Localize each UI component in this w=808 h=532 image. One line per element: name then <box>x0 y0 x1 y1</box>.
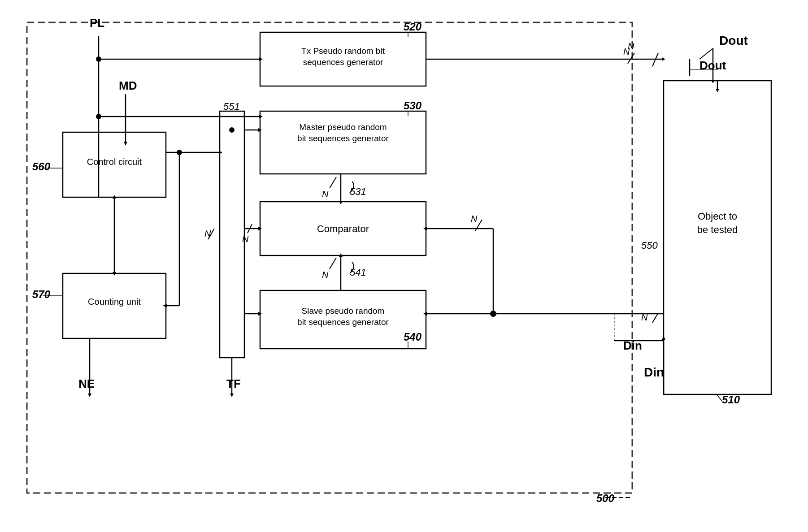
svg-text:N: N <box>471 214 478 224</box>
svg-rect-1 <box>664 81 771 394</box>
svg-text:N: N <box>628 41 634 51</box>
svg-point-16 <box>96 114 101 119</box>
svg-marker-64 <box>423 227 427 230</box>
svg-text:Din: Din <box>644 365 664 379</box>
svg-text:550: 550 <box>641 240 658 251</box>
svg-marker-52 <box>662 57 665 61</box>
svg-text:N: N <box>204 229 211 238</box>
svg-text:be tested: be tested <box>697 224 738 235</box>
svg-text:570: 570 <box>32 288 51 300</box>
circuit-diagram: PL MD 551 <box>0 0 808 532</box>
svg-text:500: 500 <box>596 492 615 504</box>
svg-text:bit sequences generator: bit sequences generator <box>297 134 389 143</box>
svg-marker-115 <box>716 89 719 92</box>
svg-line-70 <box>652 313 658 323</box>
svg-text:Slave pseudo random: Slave pseudo random <box>302 306 385 316</box>
svg-marker-28 <box>163 304 167 307</box>
svg-marker-15 <box>259 115 263 118</box>
svg-text:Comparator: Comparator <box>317 223 369 234</box>
svg-text:541: 541 <box>350 267 366 278</box>
svg-text:560: 560 <box>32 160 51 173</box>
svg-text:N: N <box>641 312 648 322</box>
svg-text:Control circuit: Control circuit <box>87 157 142 167</box>
svg-text:MD: MD <box>119 79 137 92</box>
svg-marker-68 <box>423 312 427 316</box>
svg-text:N: N <box>322 270 329 280</box>
svg-marker-75 <box>88 394 91 397</box>
svg-text:Dout: Dout <box>719 34 748 48</box>
svg-text:520: 520 <box>404 21 422 33</box>
svg-text:530: 530 <box>404 99 422 112</box>
svg-line-44 <box>330 177 336 188</box>
svg-marker-42 <box>339 201 343 204</box>
svg-marker-24 <box>219 151 222 154</box>
svg-text:N: N <box>322 189 329 199</box>
svg-line-92 <box>717 395 722 401</box>
svg-text:NE: NE <box>78 377 95 390</box>
diagram-container: PL MD 551 <box>0 0 808 532</box>
svg-text:sequences generator: sequences generator <box>303 57 383 67</box>
svg-text:551: 551 <box>223 101 240 112</box>
svg-text:510: 510 <box>722 394 740 406</box>
svg-text:Counting unit: Counting unit <box>88 297 141 307</box>
svg-text:bit sequences generator: bit sequences generator <box>297 317 389 327</box>
svg-rect-0 <box>27 22 632 493</box>
svg-marker-117 <box>662 336 665 340</box>
svg-text:540: 540 <box>404 331 422 343</box>
svg-text:531: 531 <box>350 186 366 197</box>
svg-marker-11 <box>259 57 263 61</box>
svg-text:Object to: Object to <box>698 211 737 222</box>
svg-line-49 <box>330 258 336 269</box>
svg-text:Master pseudo random: Master pseudo random <box>299 122 387 132</box>
svg-line-110 <box>699 48 713 59</box>
svg-text:PL: PL <box>90 16 104 30</box>
svg-rect-21 <box>220 111 244 358</box>
svg-text:TF: TF <box>226 377 241 390</box>
svg-marker-19 <box>124 142 127 146</box>
svg-text:Tx Pseudo random bit: Tx Pseudo random bit <box>301 46 385 56</box>
svg-point-34 <box>229 127 235 133</box>
svg-marker-111 <box>711 80 715 83</box>
svg-marker-78 <box>230 394 234 397</box>
svg-text:N: N <box>242 234 249 244</box>
